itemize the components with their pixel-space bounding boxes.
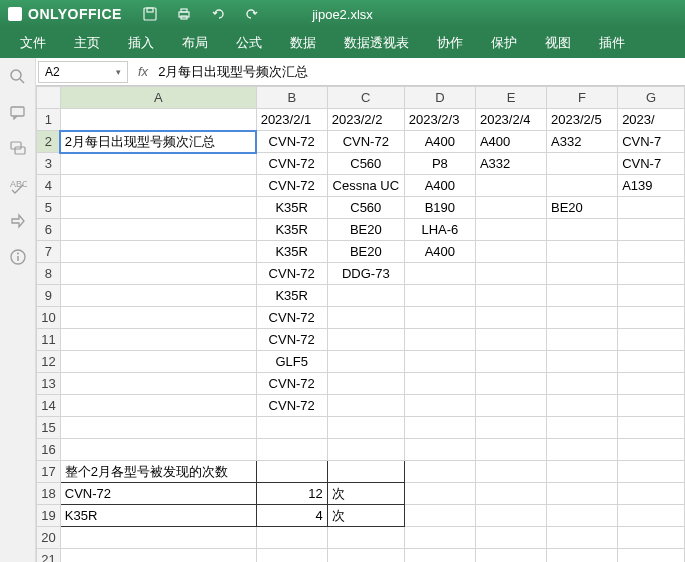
cell-F18[interactable] (547, 483, 618, 505)
cell-C9[interactable] (327, 285, 404, 307)
cell-C20[interactable] (327, 527, 404, 549)
cell-B17[interactable] (256, 461, 327, 483)
menu-collab[interactable]: 协作 (423, 28, 477, 58)
row-header-21[interactable]: 21 (37, 549, 61, 563)
cell-D15[interactable] (404, 417, 475, 439)
cell-F9[interactable] (547, 285, 618, 307)
menu-pivot[interactable]: 数据透视表 (330, 28, 423, 58)
column-header-B[interactable]: B (256, 87, 327, 109)
cell-E8[interactable] (475, 263, 546, 285)
cell-A9[interactable] (60, 285, 256, 307)
cell-C1[interactable]: 2023/2/2 (327, 109, 404, 131)
cell-G13[interactable] (618, 373, 685, 395)
spellcheck-icon[interactable]: ABC (9, 176, 27, 194)
feedback-icon[interactable] (9, 212, 27, 230)
cell-E6[interactable] (475, 219, 546, 241)
row-header-11[interactable]: 11 (37, 329, 61, 351)
row-header-14[interactable]: 14 (37, 395, 61, 417)
cell-B1[interactable]: 2023/2/1 (256, 109, 327, 131)
cell-G21[interactable] (618, 549, 685, 563)
menu-view[interactable]: 视图 (531, 28, 585, 58)
row-header-6[interactable]: 6 (37, 219, 61, 241)
cell-E12[interactable] (475, 351, 546, 373)
row-header-5[interactable]: 5 (37, 197, 61, 219)
cell-E9[interactable] (475, 285, 546, 307)
menu-layout[interactable]: 布局 (168, 28, 222, 58)
cell-C12[interactable] (327, 351, 404, 373)
cell-C18[interactable]: 次 (327, 483, 404, 505)
cell-A11[interactable] (60, 329, 256, 351)
menu-protect[interactable]: 保护 (477, 28, 531, 58)
cell-B15[interactable] (256, 417, 327, 439)
cell-F20[interactable] (547, 527, 618, 549)
cell-C14[interactable] (327, 395, 404, 417)
cell-G10[interactable] (618, 307, 685, 329)
cell-E17[interactable] (475, 461, 546, 483)
row-header-7[interactable]: 7 (37, 241, 61, 263)
cell-C16[interactable] (327, 439, 404, 461)
cell-C2[interactable]: CVN-72 (327, 131, 404, 153)
cell-B18[interactable]: 12 (256, 483, 327, 505)
cell-F7[interactable] (547, 241, 618, 263)
cell-D1[interactable]: 2023/2/3 (404, 109, 475, 131)
cell-B4[interactable]: CVN-72 (256, 175, 327, 197)
cell-D13[interactable] (404, 373, 475, 395)
cell-G17[interactable] (618, 461, 685, 483)
cell-D11[interactable] (404, 329, 475, 351)
cell-D5[interactable]: B190 (404, 197, 475, 219)
row-header-3[interactable]: 3 (37, 153, 61, 175)
cell-F10[interactable] (547, 307, 618, 329)
column-header-F[interactable]: F (547, 87, 618, 109)
cell-B14[interactable]: CVN-72 (256, 395, 327, 417)
cell-C11[interactable] (327, 329, 404, 351)
cell-A3[interactable] (60, 153, 256, 175)
cell-B6[interactable]: K35R (256, 219, 327, 241)
cell-E5[interactable] (475, 197, 546, 219)
cell-G14[interactable] (618, 395, 685, 417)
cell-A10[interactable] (60, 307, 256, 329)
cell-D7[interactable]: A400 (404, 241, 475, 263)
cell-G5[interactable] (618, 197, 685, 219)
cell-D9[interactable] (404, 285, 475, 307)
menu-home[interactable]: 主页 (60, 28, 114, 58)
cell-E3[interactable]: A332 (475, 153, 546, 175)
cell-D6[interactable]: LHA-6 (404, 219, 475, 241)
cell-B20[interactable] (256, 527, 327, 549)
cell-D2[interactable]: A400 (404, 131, 475, 153)
cell-C3[interactable]: C560 (327, 153, 404, 175)
cell-G20[interactable] (618, 527, 685, 549)
cell-B19[interactable]: 4 (256, 505, 327, 527)
cell-C13[interactable] (327, 373, 404, 395)
cell-E19[interactable] (475, 505, 546, 527)
cell-F3[interactable] (547, 153, 618, 175)
cell-C10[interactable] (327, 307, 404, 329)
menu-insert[interactable]: 插入 (114, 28, 168, 58)
cell-G12[interactable] (618, 351, 685, 373)
cell-C19[interactable]: 次 (327, 505, 404, 527)
cell-C21[interactable] (327, 549, 404, 563)
cell-B2[interactable]: CVN-72 (256, 131, 327, 153)
cell-G8[interactable] (618, 263, 685, 285)
cell-D17[interactable] (404, 461, 475, 483)
cell-B21[interactable] (256, 549, 327, 563)
column-header-A[interactable]: A (60, 87, 256, 109)
cell-E10[interactable] (475, 307, 546, 329)
cell-F1[interactable]: 2023/2/5 (547, 109, 618, 131)
cell-F19[interactable] (547, 505, 618, 527)
cell-A18[interactable]: CVN-72 (60, 483, 256, 505)
spreadsheet-grid[interactable]: ABCDEFG12023/2/12023/2/22023/2/32023/2/4… (36, 86, 685, 562)
row-header-17[interactable]: 17 (37, 461, 61, 483)
cell-A4[interactable] (60, 175, 256, 197)
cell-E7[interactable] (475, 241, 546, 263)
cell-A19[interactable]: K35R (60, 505, 256, 527)
select-all-corner[interactable] (37, 87, 61, 109)
cell-A16[interactable] (60, 439, 256, 461)
cell-A2[interactable]: 2月每日出现型号频次汇总 (60, 131, 256, 153)
row-header-18[interactable]: 18 (37, 483, 61, 505)
cell-F14[interactable] (547, 395, 618, 417)
cell-D8[interactable] (404, 263, 475, 285)
column-header-D[interactable]: D (404, 87, 475, 109)
cell-F21[interactable] (547, 549, 618, 563)
cell-A7[interactable] (60, 241, 256, 263)
cell-D18[interactable] (404, 483, 475, 505)
